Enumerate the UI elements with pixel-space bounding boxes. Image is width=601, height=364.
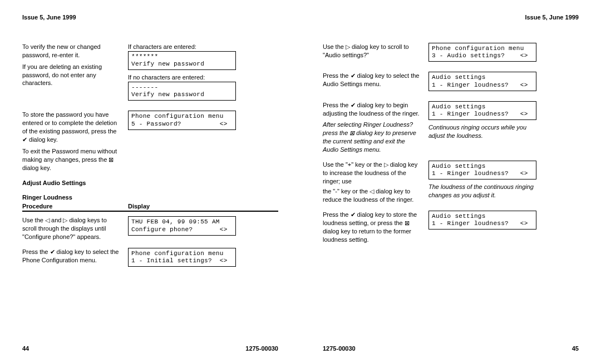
disp-label: If characters are entered:	[128, 43, 236, 51]
lcd-display: ------- Verify new password	[128, 82, 236, 101]
disp-label: If no characters are entered:	[128, 73, 236, 82]
proc-text: To exit the Password menu without making…	[22, 147, 121, 172]
col-procedure: Procedure	[22, 203, 128, 210]
proc-text: Press the ✔ dialog key to store the loud…	[323, 211, 428, 243]
proc-text: the "-" key or the ◁ dialog key to reduc…	[323, 187, 422, 204]
proc-text: Use the ▷ dialog key to scroll to "Audio…	[323, 43, 428, 59]
proc-text: To verify the new or changed password, r…	[22, 43, 121, 59]
page-right: Issue 5, June 1999 Use the ▷ dialog key …	[300, 0, 601, 364]
doc-id: 1275-00030	[245, 345, 278, 352]
lcd-display: Audio settings 1 - Ringer loudness? <>	[428, 211, 536, 230]
header-left: Issue 5, June 1999	[22, 14, 278, 21]
header-right: Issue 5, June 1999	[323, 14, 579, 21]
section-title: Adjust Audio Settings	[22, 179, 278, 186]
lcd-display: Phone configuration menu 5 - Password? <…	[128, 111, 236, 129]
table-header: Procedure Display	[22, 203, 278, 212]
proc-text: Press the ✔ dialog key to begin adjustin…	[323, 101, 422, 118]
lcd-display: ******* Verify new password	[128, 51, 236, 70]
disp-note: Continuous ringing occurs while you adju…	[428, 123, 536, 140]
lcd-display: THU FEB 04, 99 09:55 AM Configure phone?…	[128, 216, 236, 235]
lcd-display: Audio settings 1 - Ringer loudness? <>	[428, 101, 536, 120]
row-store-loudness: Press the ✔ dialog key to store the loud…	[323, 211, 579, 243]
proc-note: After selecting Ringer Loudness? press t…	[323, 121, 422, 153]
proc-text: To store the password you have entered o…	[22, 111, 121, 143]
proc-text: If you are deleting an existing password…	[22, 63, 121, 88]
proc-text: Press the ✔ dialog key to select the Pho…	[22, 248, 128, 265]
row-select-audio: Press the ✔ dialog key to select the Aud…	[323, 72, 579, 94]
row-adjust-loudness: Use the "+" key or the ▷ dialog key to i…	[323, 161, 579, 204]
row-store-password: To store the password you have entered o…	[22, 111, 278, 172]
lcd-display: Audio settings 1 - Ringer loudness? <>	[428, 161, 536, 179]
footer-right: 1275-00030 45	[323, 345, 579, 352]
disp-note: The loudness of the continuous ringing c…	[428, 183, 536, 200]
row-configure-phone: Use the ◁ and ▷ dialog keys to scroll th…	[22, 216, 278, 241]
doc-id: 1275-00030	[323, 345, 356, 352]
col-display: Display	[128, 203, 236, 210]
page-number: 44	[22, 345, 29, 352]
lcd-display: Phone configuration menu 1 - Initial set…	[128, 248, 236, 267]
lcd-display: Phone configuration menu 3 - Audio setti…	[428, 43, 536, 62]
proc-text: Press the ✔ dialog key to select the Aud…	[323, 72, 428, 88]
page-number: 45	[572, 345, 579, 352]
page-left: Issue 5, June 1999 To verify the new or …	[0, 0, 300, 364]
page-spread: Issue 5, June 1999 To verify the new or …	[0, 0, 601, 364]
row-verify-password: To verify the new or changed password, r…	[22, 43, 278, 104]
section-title: Ringer Loudness	[22, 194, 278, 201]
lcd-display: Audio settings 1 - Ringer loudness? <>	[428, 72, 536, 91]
row-begin-adjust: Press the ✔ dialog key to begin adjustin…	[323, 101, 579, 154]
footer-left: 44 1275-00030	[22, 345, 278, 352]
proc-text: Use the "+" key or the ▷ dialog key to i…	[323, 161, 422, 186]
row-select-config-menu: Press the ✔ dialog key to select the Pho…	[22, 248, 278, 270]
row-scroll-audio: Use the ▷ dialog key to scroll to "Audio…	[323, 43, 579, 65]
proc-text: Use the ◁ and ▷ dialog keys to scroll th…	[22, 216, 128, 241]
